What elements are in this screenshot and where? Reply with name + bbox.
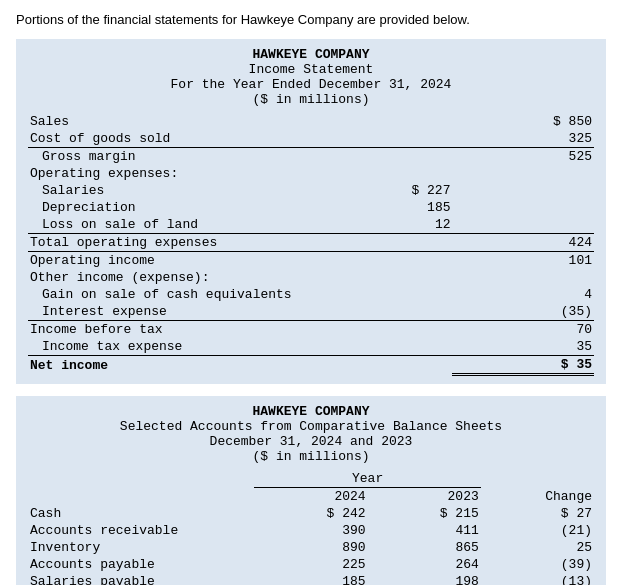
bs-title: Selected Accounts from Comparative Balan…: [120, 419, 502, 434]
bs-row-2023: 865: [368, 539, 481, 556]
income-row-label: Salaries: [28, 182, 339, 199]
income-row-label: Operating expenses:: [28, 165, 339, 182]
bs-company-name: HAWKEYE COMPANY: [28, 404, 594, 419]
bs-row-label: Accounts receivable: [28, 522, 254, 539]
bs-row-label: Inventory: [28, 539, 254, 556]
bs-row-2024: 225: [254, 556, 367, 573]
income-row-right: $ 35: [452, 356, 594, 375]
bs-row-change: (39): [481, 556, 594, 573]
income-row-right: 35: [452, 338, 594, 356]
table-row: Salaries payable185198(13): [28, 573, 594, 585]
income-row-label: Gross margin: [28, 148, 339, 166]
income-row-right: 70: [452, 321, 594, 339]
income-row-mid: [339, 356, 452, 375]
income-row-label: Depreciation: [28, 199, 339, 216]
income-row-label: Net income: [28, 356, 339, 375]
income-statement-header: HAWKEYE COMPANY Income Statement For the…: [28, 47, 594, 107]
income-row-right: 101: [452, 252, 594, 270]
income-row-mid: [339, 130, 452, 148]
bs-row-change: (13): [481, 573, 594, 585]
bs-row-label: Accounts payable: [28, 556, 254, 573]
bs-row-2023: 264: [368, 556, 481, 573]
income-row-label: Gain on sale of cash equivalents: [28, 286, 339, 303]
income-row-right: [452, 182, 594, 199]
table-row: Accounts receivable390411(21): [28, 522, 594, 539]
bs-col-2023: 2023: [368, 488, 481, 506]
income-row-right: [452, 216, 594, 234]
bs-row-change: (21): [481, 522, 594, 539]
income-title: Income Statement: [249, 62, 374, 77]
income-row-mid: [339, 148, 452, 166]
bs-row-2023: $ 215: [368, 505, 481, 522]
income-row-label: Income before tax: [28, 321, 339, 339]
bs-row-label: Salaries payable: [28, 573, 254, 585]
income-row-mid: [339, 252, 452, 270]
income-row-mid: [339, 303, 452, 321]
table-row: Accounts payable225264(39): [28, 556, 594, 573]
income-company-name: HAWKEYE COMPANY: [28, 47, 594, 62]
income-row-label: Sales: [28, 113, 339, 130]
income-subtitle: For the Year Ended December 31, 2024: [171, 77, 452, 92]
bs-row-2024: 185: [254, 573, 367, 585]
intro-text: Portions of the financial statements for…: [16, 12, 606, 27]
bs-col-2024: 2024: [254, 488, 367, 506]
bs-row-2024: 890: [254, 539, 367, 556]
income-row-right: [452, 165, 594, 182]
income-row-label: Other income (expense):: [28, 269, 339, 286]
bs-year-header: Year: [254, 470, 480, 488]
income-row-right: 4: [452, 286, 594, 303]
income-row-label: Interest expense: [28, 303, 339, 321]
bs-row-2024: $ 242: [254, 505, 367, 522]
income-row-mid: [339, 321, 452, 339]
income-unit: ($ in millions): [252, 92, 369, 107]
income-row-mid: [339, 113, 452, 130]
income-row-right: [452, 199, 594, 216]
income-row-right: 525: [452, 148, 594, 166]
income-row-right: (35): [452, 303, 594, 321]
income-row-mid: 12: [339, 216, 452, 234]
bs-subtitle: December 31, 2024 and 2023: [210, 434, 413, 449]
income-row-mid: $ 227: [339, 182, 452, 199]
income-row-label: Total operating expenses: [28, 234, 339, 252]
income-row-mid: [339, 338, 452, 356]
income-row-label: Loss on sale of land: [28, 216, 339, 234]
income-row-mid: [339, 234, 452, 252]
income-row-label: Operating income: [28, 252, 339, 270]
bs-unit: ($ in millions): [252, 449, 369, 464]
bs-row-change: $ 27: [481, 505, 594, 522]
balance-sheet-header: HAWKEYE COMPANY Selected Accounts from C…: [28, 404, 594, 464]
bs-row-change: 25: [481, 539, 594, 556]
income-row-right: 325: [452, 130, 594, 148]
balance-sheet-box: HAWKEYE COMPANY Selected Accounts from C…: [16, 396, 606, 585]
income-row-mid: [339, 269, 452, 286]
income-row-mid: 185: [339, 199, 452, 216]
income-row-right: [452, 269, 594, 286]
bs-row-2024: 390: [254, 522, 367, 539]
table-row: Inventory89086525: [28, 539, 594, 556]
income-statement-box: HAWKEYE COMPANY Income Statement For the…: [16, 39, 606, 384]
balance-sheet-table: Year20242023ChangeCash$ 242$ 215$ 27Acco…: [28, 470, 594, 585]
bs-row-2023: 411: [368, 522, 481, 539]
income-row-mid: [339, 165, 452, 182]
bs-col-change: Change: [481, 488, 594, 506]
income-row-label: Income tax expense: [28, 338, 339, 356]
table-row: Cash$ 242$ 215$ 27: [28, 505, 594, 522]
bs-row-label: Cash: [28, 505, 254, 522]
income-row-right: 424: [452, 234, 594, 252]
income-statement-table: Sales$ 850Cost of goods sold325Gross mar…: [28, 113, 594, 376]
bs-row-2023: 198: [368, 573, 481, 585]
income-row-right: $ 850: [452, 113, 594, 130]
income-row-label: Cost of goods sold: [28, 130, 339, 148]
income-row-mid: [339, 286, 452, 303]
